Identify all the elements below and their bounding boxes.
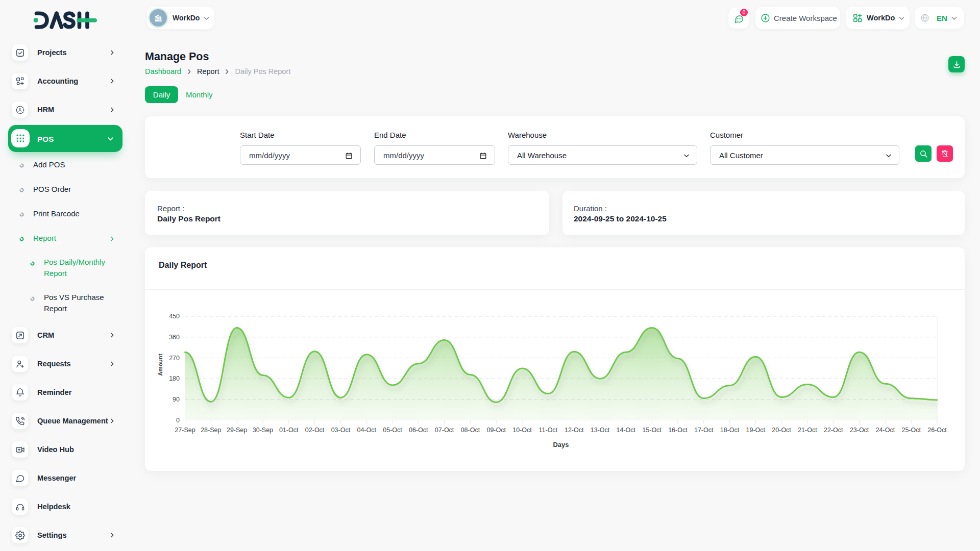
svg-text:08-Oct: 08-Oct <box>461 427 480 434</box>
svg-text:18-Oct: 18-Oct <box>720 427 740 434</box>
svg-text:16-Oct: 16-Oct <box>668 427 688 434</box>
svg-text:Amount: Amount <box>157 354 163 376</box>
svg-text:23-Oct: 23-Oct <box>850 427 869 434</box>
svg-text:17-Oct: 17-Oct <box>694 427 714 434</box>
svg-text:09-Oct: 09-Oct <box>486 427 506 434</box>
svg-text:22-Oct: 22-Oct <box>824 427 843 434</box>
svg-text:30-Sep: 30-Sep <box>253 427 273 434</box>
svg-text:90: 90 <box>173 396 180 403</box>
svg-text:06-Oct: 06-Oct <box>409 427 428 434</box>
svg-text:01-Oct: 01-Oct <box>279 427 299 434</box>
svg-text:28-Sep: 28-Sep <box>201 427 221 434</box>
svg-text:13-Oct: 13-Oct <box>591 427 610 434</box>
svg-text:27-Sep: 27-Sep <box>175 427 195 434</box>
svg-text:450: 450 <box>169 313 180 320</box>
svg-text:0: 0 <box>176 417 180 424</box>
svg-text:05-Oct: 05-Oct <box>383 427 402 434</box>
svg-text:25-Oct: 25-Oct <box>901 427 921 434</box>
svg-text:Days: Days <box>553 441 569 448</box>
svg-text:24-Oct: 24-Oct <box>876 427 895 434</box>
svg-text:19-Oct: 19-Oct <box>746 427 766 434</box>
svg-text:07-Oct: 07-Oct <box>435 427 454 434</box>
svg-text:270: 270 <box>169 355 180 362</box>
svg-text:180: 180 <box>169 375 180 382</box>
svg-text:15-Oct: 15-Oct <box>642 427 662 434</box>
svg-text:02-Oct: 02-Oct <box>305 427 325 434</box>
svg-text:14-Oct: 14-Oct <box>617 427 636 434</box>
svg-text:03-Oct: 03-Oct <box>331 427 351 434</box>
svg-text:10-Oct: 10-Oct <box>512 427 532 434</box>
svg-text:21-Oct: 21-Oct <box>798 427 817 434</box>
svg-text:12-Oct: 12-Oct <box>565 427 584 434</box>
svg-text:20-Oct: 20-Oct <box>772 427 791 434</box>
svg-text:26-Oct: 26-Oct <box>927 427 947 434</box>
svg-text:11-Oct: 11-Oct <box>539 427 558 434</box>
svg-text:04-Oct: 04-Oct <box>357 427 376 434</box>
svg-text:360: 360 <box>169 334 180 341</box>
svg-text:29-Sep: 29-Sep <box>227 427 247 434</box>
